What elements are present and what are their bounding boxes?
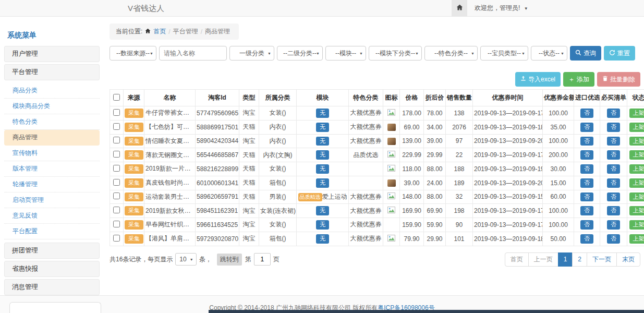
- import-select-toggle[interactable]: 否: [580, 109, 593, 118]
- batch-delete-button[interactable]: 批量删除: [597, 72, 640, 87]
- import-select-toggle[interactable]: 否: [580, 206, 593, 215]
- breadcrumb-platform-link[interactable]: 平台管理: [173, 27, 198, 36]
- status-badge[interactable]: 上架: [629, 137, 644, 146]
- sidebar-group-item[interactable]: 平台管理: [4, 64, 100, 80]
- row-checkbox[interactable]: [113, 192, 120, 199]
- prev-page-button[interactable]: 上一页: [528, 252, 558, 267]
- module-sub-select[interactable]: --模块下分类-- ▼: [369, 46, 422, 61]
- module-badge[interactable]: 无: [316, 178, 329, 188]
- page-number-button[interactable]: 2: [572, 252, 587, 267]
- import-select-toggle[interactable]: 否: [580, 234, 593, 244]
- module-badge[interactable]: 无: [316, 234, 329, 244]
- must-buy-toggle[interactable]: 否: [607, 150, 620, 160]
- import-select-toggle[interactable]: 否: [580, 150, 593, 160]
- status-badge[interactable]: 上架: [629, 206, 644, 215]
- row-checkbox[interactable]: [113, 151, 120, 158]
- add-button[interactable]: ＋ 添加: [563, 72, 594, 87]
- row-checkbox[interactable]: [113, 235, 120, 242]
- sidebar-sub-item[interactable]: 特色分类: [4, 114, 100, 130]
- must-buy-toggle[interactable]: 否: [607, 109, 620, 118]
- must-buy-toggle[interactable]: 否: [607, 192, 620, 202]
- per-page-select[interactable]: 10 ▼: [175, 253, 196, 266]
- data-source-select[interactable]: --数据来源-- ▼: [110, 46, 156, 61]
- jump-page-input[interactable]: [254, 253, 271, 266]
- sidebar-sub-item[interactable]: 版本管理: [4, 161, 100, 177]
- must-buy-toggle[interactable]: 否: [607, 137, 620, 146]
- status-select[interactable]: --状态-- ▼: [531, 46, 567, 61]
- status-badge[interactable]: 上架: [629, 192, 644, 202]
- must-buy-toggle[interactable]: 否: [607, 178, 620, 188]
- source-badge: 采集: [125, 192, 143, 202]
- sidebar-sub-item[interactable]: 意见反馈: [4, 208, 100, 224]
- batch-delete-label: 批量删除: [610, 75, 635, 84]
- sidebar-sub-item[interactable]: 模块商品分类: [4, 99, 100, 114]
- status-badge[interactable]: 上架: [629, 109, 644, 118]
- module-select[interactable]: --模块-- ▼: [325, 46, 366, 61]
- module-badge[interactable]: 无: [316, 164, 329, 174]
- source-badge: 采集: [125, 178, 143, 188]
- feature-category-select[interactable]: --特色分类-- ▼: [424, 46, 478, 61]
- sidebar-sub-item[interactable]: 宣传物料: [4, 146, 100, 161]
- import-select-toggle[interactable]: 否: [580, 178, 593, 188]
- import-select-toggle[interactable]: 否: [580, 137, 593, 146]
- status-badge[interactable]: 上架: [629, 178, 644, 188]
- module-badge[interactable]: 无: [316, 206, 329, 215]
- row-checkbox[interactable]: [113, 179, 120, 186]
- sidebar-sub-item[interactable]: 轮播管理: [4, 177, 100, 192]
- import-select-toggle[interactable]: 否: [580, 164, 593, 174]
- must-buy-toggle[interactable]: 否: [607, 206, 620, 215]
- status-badge[interactable]: 上架: [629, 150, 644, 160]
- reset-button[interactable]: 重置: [604, 46, 635, 61]
- filter-bar: --数据来源-- ▼ 一级分类 ▼ --二级分类-- ▼ --模块-- ▼ --…: [110, 46, 640, 61]
- module-badge[interactable]: 无: [316, 150, 329, 160]
- sidebar-sub-item[interactable]: 平台配置: [4, 224, 100, 239]
- module-badge[interactable]: 无: [316, 137, 329, 146]
- select-all-checkbox[interactable]: [113, 94, 120, 101]
- sidebar-group-item[interactable]: 拼团管理: [4, 243, 100, 259]
- level2-category-select[interactable]: --二级分类-- ▼: [277, 46, 323, 61]
- products-table: 来源名称淘客Id类型所属分类模块特色分类图标价格折后价销售数量优惠券时间优惠券金…: [110, 89, 644, 246]
- sidebar-sub-item[interactable]: 商品分类: [4, 83, 100, 99]
- sidebar-group-item[interactable]: 用户管理: [4, 46, 100, 62]
- row-checkbox[interactable]: [113, 109, 120, 116]
- module-badge[interactable]: 无: [316, 220, 329, 230]
- must-buy-toggle[interactable]: 否: [607, 220, 620, 230]
- search-button[interactable]: 查询: [570, 46, 601, 61]
- status-badge[interactable]: 上架: [629, 234, 644, 244]
- column-header: 来源: [124, 90, 144, 106]
- sidebar-sub-item[interactable]: 启动页管理: [4, 192, 100, 208]
- row-checkbox[interactable]: [113, 207, 120, 213]
- import-select-toggle[interactable]: 否: [580, 192, 593, 202]
- status-badge[interactable]: 上架: [629, 164, 644, 174]
- row-checkbox[interactable]: [113, 137, 120, 143]
- row-checkbox[interactable]: [113, 221, 120, 227]
- must-buy-toggle[interactable]: 否: [607, 164, 620, 174]
- status-badge[interactable]: 上架: [629, 220, 644, 230]
- page-number-list: 12: [558, 252, 587, 267]
- home-button[interactable]: [452, 0, 467, 16]
- item-type-select[interactable]: --宝贝类型-- ▼: [480, 46, 528, 61]
- first-page-button[interactable]: 首页: [505, 252, 529, 267]
- row-checkbox[interactable]: [113, 165, 120, 172]
- sidebar-group-item[interactable]: 消息管理: [4, 279, 100, 295]
- last-page-button[interactable]: 末页: [616, 252, 640, 267]
- level1-category-select[interactable]: 一级分类 ▼: [229, 46, 274, 61]
- import-select-toggle[interactable]: 否: [580, 220, 593, 230]
- import-excel-button[interactable]: 导入excel: [515, 72, 561, 87]
- must-buy-toggle[interactable]: 否: [607, 123, 620, 132]
- next-page-button[interactable]: 下一页: [587, 252, 617, 267]
- page-number-button[interactable]: 1: [558, 252, 573, 267]
- module-badge[interactable]: 无: [316, 109, 329, 118]
- status-badge[interactable]: 上架: [629, 123, 644, 132]
- import-select-toggle[interactable]: 否: [580, 123, 593, 132]
- name-search-input[interactable]: [159, 46, 227, 61]
- sidebar-sub-item[interactable]: 商品管理: [4, 130, 100, 146]
- user-menu[interactable]: 欢迎您，管理员! ▼: [475, 4, 528, 13]
- must-buy-toggle[interactable]: 否: [607, 234, 620, 244]
- breadcrumb-home-link[interactable]: 首页: [153, 27, 166, 36]
- module-badge[interactable]: 无: [316, 123, 329, 132]
- jump-button[interactable]: 跳转到: [217, 254, 242, 266]
- row-checkbox[interactable]: [113, 123, 120, 130]
- sidebar-group-item[interactable]: 省惠快报: [4, 261, 100, 277]
- module-badge[interactable]: 品质精选: [298, 193, 322, 202]
